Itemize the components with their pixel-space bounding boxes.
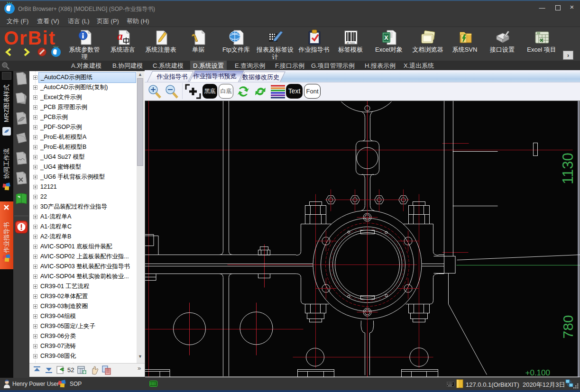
svg-text:+0.100: +0.100 — [525, 368, 550, 377]
svg-text:a: a — [117, 30, 123, 42]
svg-text:780: 780 — [560, 315, 576, 338]
svg-text:X: X — [384, 34, 388, 41]
svg-text:1130: 1130 — [560, 153, 576, 184]
svg-text:A8 70001: A8 70001 — [347, 42, 355, 44]
